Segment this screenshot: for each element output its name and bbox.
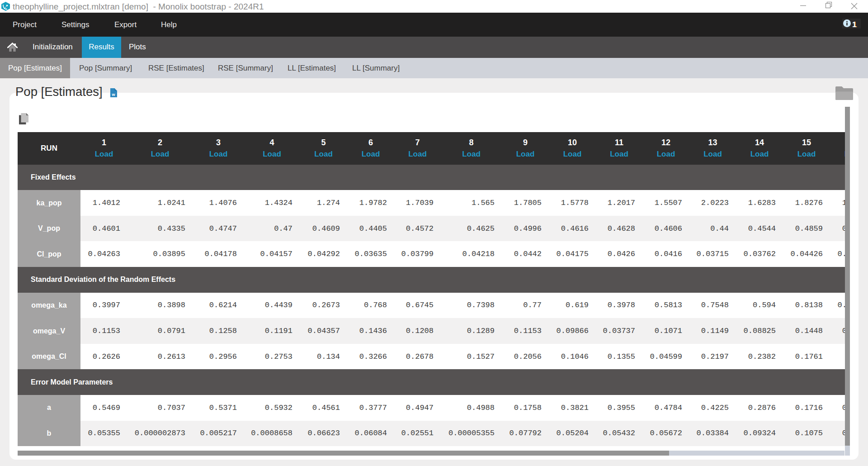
svg-text:w: w xyxy=(111,92,115,97)
